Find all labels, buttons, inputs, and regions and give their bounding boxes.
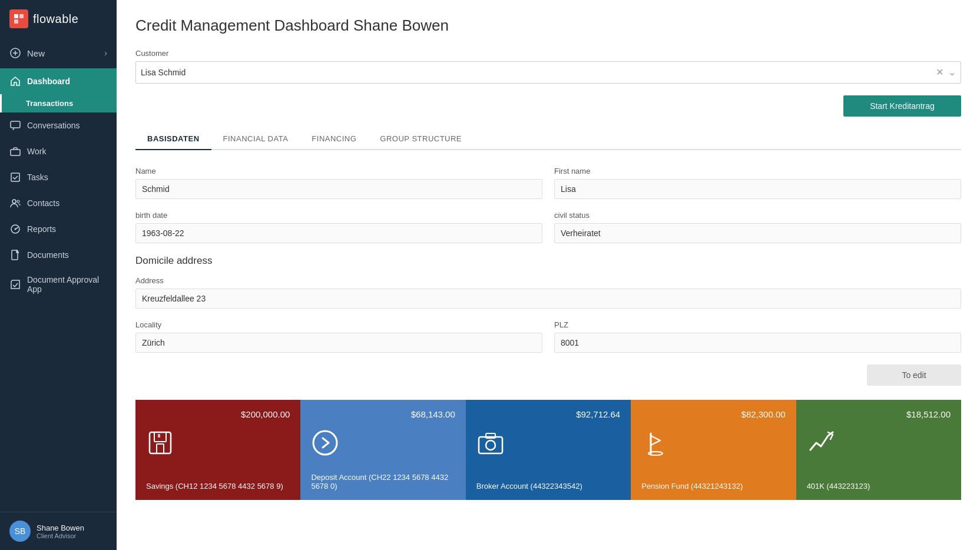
- forward-icon: [311, 429, 455, 462]
- customer-input-icons: ✕ ⌄: [936, 68, 956, 77]
- firstname-input[interactable]: [554, 179, 961, 199]
- new-icon: [9, 47, 21, 59]
- sidebar-item-reports[interactable]: Reports: [0, 216, 117, 242]
- birthdate-row: birth date civil status: [135, 211, 961, 243]
- sidebar-item-tasks[interactable]: Tasks: [0, 164, 117, 190]
- deposit-amount: $68,143.00: [311, 409, 455, 419]
- address-label: Address: [135, 276, 961, 285]
- svg-rect-7: [11, 150, 20, 155]
- logo-icon: [9, 9, 28, 28]
- sidebar: flowable New › Dashboard T: [0, 0, 117, 550]
- sidebar-item-approval[interactable]: Document Approval App: [0, 268, 117, 301]
- name-input[interactable]: [135, 179, 542, 199]
- people-icon: [9, 197, 21, 209]
- tab-financial[interactable]: FINANCIAL DATA: [211, 128, 300, 150]
- svg-point-18: [313, 431, 337, 455]
- address-row: Address: [135, 276, 961, 309]
- address-input[interactable]: [135, 289, 961, 309]
- chart-icon: [807, 429, 951, 462]
- user-info: Shane Bowen Client Advisor: [37, 524, 84, 539]
- svg-point-9: [12, 200, 16, 203]
- savings-card[interactable]: $200,000.00 Savings (CH12 1234 5678 4432…: [135, 400, 300, 500]
- conversations-label: Conversations: [27, 121, 80, 130]
- main-content: Credit Management Dashboard Shane Bowen …: [117, 0, 980, 550]
- documents-label: Documents: [27, 250, 69, 260]
- chevron-right-icon: ›: [104, 48, 107, 58]
- to-edit-button[interactable]: To edit: [867, 365, 961, 386]
- start-btn-row: Start Kreditantrag: [135, 95, 961, 117]
- name-label: Name: [135, 167, 542, 175]
- sidebar-item-work[interactable]: Work: [0, 138, 117, 164]
- contacts-label: Contacts: [27, 198, 59, 208]
- page-title: Credit Management Dashboard Shane Bowen: [135, 16, 961, 35]
- chat-icon: [9, 120, 21, 131]
- customer-input[interactable]: [141, 68, 936, 77]
- firstname-label: First name: [554, 167, 961, 175]
- birthdate-group: birth date: [135, 211, 542, 243]
- name-group: Name: [135, 167, 542, 199]
- svg-point-20: [486, 440, 495, 450]
- reports-icon: [9, 223, 21, 235]
- to-edit-row: To edit: [135, 365, 961, 386]
- plz-input[interactable]: [554, 333, 961, 353]
- svg-rect-2: [14, 19, 18, 24]
- work-label: Work: [27, 147, 46, 156]
- firstname-group: First name: [554, 167, 961, 199]
- 401k-label: 401K (443223123): [807, 472, 951, 491]
- address-group: Address: [135, 276, 961, 309]
- savings-amount: $200,000.00: [146, 409, 290, 419]
- clear-icon[interactable]: ✕: [936, 68, 943, 77]
- tab-group[interactable]: GROUP STRUCTURE: [368, 128, 474, 150]
- svg-point-10: [17, 200, 19, 203]
- start-kreditantrag-button[interactable]: Start Kreditantrag: [843, 95, 961, 117]
- svg-rect-1: [19, 14, 24, 18]
- sidebar-item-dashboard[interactable]: Dashboard: [0, 68, 117, 94]
- customer-section: Customer ✕ ⌄: [135, 49, 961, 84]
- birthdate-input[interactable]: [135, 223, 542, 243]
- locality-input[interactable]: [135, 333, 542, 353]
- new-label: New: [27, 48, 45, 58]
- sidebar-item-conversations[interactable]: Conversations: [0, 112, 117, 138]
- broker-label: Broker Account (44322343542): [476, 472, 620, 491]
- pension-amount: $82,300.00: [641, 409, 785, 419]
- civil-group: civil status: [554, 211, 961, 243]
- svg-rect-17: [158, 434, 160, 438]
- deposit-card[interactable]: $68,143.00 Deposit Account (CH22 1234 56…: [300, 400, 465, 500]
- briefcase-icon: [9, 145, 21, 157]
- 401k-card[interactable]: $18,512.00 401K (443223123): [796, 400, 961, 500]
- tab-basisdaten[interactable]: BASISDATEN: [135, 128, 211, 150]
- broker-card[interactable]: $92,712.64 Broker Account (44322343542): [466, 400, 631, 500]
- sidebar-item-contacts[interactable]: Contacts: [0, 190, 117, 216]
- approval-icon: [9, 279, 21, 290]
- reports-label: Reports: [27, 224, 56, 234]
- tasks-label: Tasks: [27, 173, 48, 182]
- locality-row: Locality PLZ: [135, 320, 961, 353]
- home-icon: [9, 75, 21, 87]
- chevron-down-icon[interactable]: ⌄: [948, 68, 956, 77]
- user-footer: SB Shane Bowen Client Advisor: [0, 512, 117, 550]
- approval-label: Document Approval App: [27, 275, 107, 294]
- account-cards: $200,000.00 Savings (CH12 1234 5678 4432…: [135, 400, 961, 500]
- birthdate-label: birth date: [135, 211, 542, 220]
- tabs: BASISDATEN FINANCIAL DATA FINANCING GROU…: [135, 128, 961, 150]
- civil-input[interactable]: [554, 223, 961, 243]
- save-icon: [146, 429, 290, 462]
- user-role: Client Advisor: [37, 532, 84, 539]
- savings-label: Savings (CH12 1234 5678 4432 5678 9): [146, 472, 290, 491]
- civil-label: civil status: [554, 211, 961, 220]
- nav: Dashboard Transactions Conversations: [0, 68, 117, 512]
- svg-point-12: [15, 228, 16, 230]
- domicile-title: Domicile address: [135, 255, 961, 267]
- sidebar-item-documents[interactable]: Documents: [0, 242, 117, 268]
- tab-financing[interactable]: FINANCING: [300, 128, 368, 150]
- logo[interactable]: flowable: [0, 0, 117, 38]
- svg-rect-19: [479, 437, 502, 453]
- new-button[interactable]: New ›: [0, 38, 117, 68]
- pension-card[interactable]: $82,300.00 Pension Fund (44321243132): [631, 400, 796, 500]
- sidebar-item-transactions[interactable]: Transactions: [0, 94, 117, 112]
- document-icon: [9, 249, 21, 261]
- plz-group: PLZ: [554, 320, 961, 353]
- avatar: SB: [9, 521, 31, 542]
- transactions-label: Transactions: [26, 99, 73, 108]
- name-row: Name First name: [135, 167, 961, 199]
